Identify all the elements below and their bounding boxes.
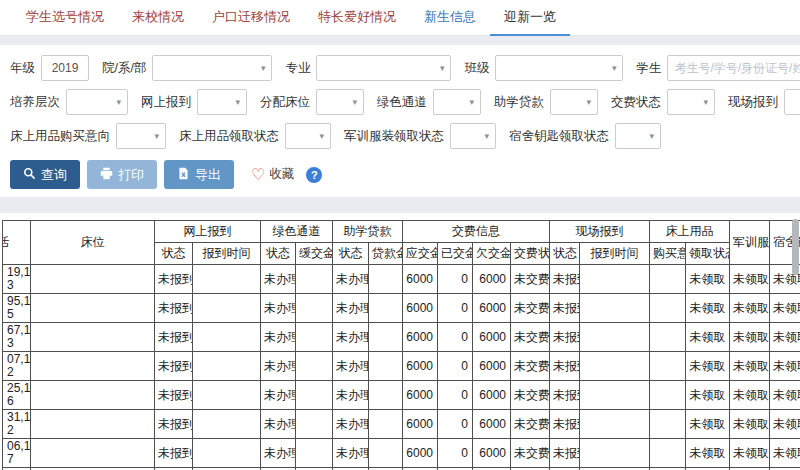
table-cell xyxy=(193,265,261,294)
table-cell: 未报到 xyxy=(550,265,580,294)
green-channel-label: 绿色通道 xyxy=(377,94,427,111)
online-report-select[interactable]: ▾ xyxy=(197,89,247,115)
tab-talents-hobbies[interactable]: 特长爱好情况 xyxy=(304,0,410,36)
training-level-select[interactable]: ▾ xyxy=(66,89,128,115)
table-cell: 未领取 xyxy=(770,439,800,468)
group-green-channel: 绿色通道 xyxy=(261,221,333,243)
table-cell: 未办理 xyxy=(261,294,296,323)
table-cell: 未报到 xyxy=(550,381,580,410)
table-cell: 未领取 xyxy=(730,439,770,468)
table-cell xyxy=(31,265,155,294)
dept-select[interactable]: ▾ xyxy=(152,55,272,81)
grade-input[interactable] xyxy=(41,55,89,81)
bedding-intent-label: 床上用品购买意向 xyxy=(10,128,110,145)
pay-status-label: 交费状态 xyxy=(611,94,661,111)
tab-household-migration[interactable]: 户口迁移情况 xyxy=(198,0,304,36)
col-activity: 活 xyxy=(3,221,31,265)
dormkey-receive-select[interactable]: ▾ xyxy=(615,123,661,149)
bed-assign-group: 分配床位 ▾ xyxy=(260,89,364,115)
green-channel-select[interactable]: ▾ xyxy=(433,89,481,115)
results-table-panel: 活 床位 网上报到 绿色通道 助学贷款 交费信息 现场报到 床上用品 军训服装 … xyxy=(0,213,800,470)
table-cell xyxy=(296,323,333,352)
table-cell xyxy=(580,265,650,294)
tab-arrival-status[interactable]: 来校情况 xyxy=(118,0,198,36)
help-icon[interactable]: ? xyxy=(306,167,322,183)
student-loan-label: 助学贷款 xyxy=(494,94,544,111)
filter-row-2: 培养层次 ▾ 网上报到 ▾ 分配床位 ▾ 绿色通道 ▾ 助学贷款 ▾ 交费状态 … xyxy=(10,89,790,115)
student-search-input[interactable] xyxy=(667,55,800,81)
print-button[interactable]: 打印 xyxy=(87,160,157,189)
search-button[interactable]: 查询 xyxy=(10,160,80,189)
chevron-down-icon: ▾ xyxy=(484,132,489,141)
vertical-scrollbar[interactable] xyxy=(792,219,799,275)
table-cell xyxy=(650,439,686,468)
table-cell xyxy=(580,323,650,352)
col-defer-amount: 缓交金额 xyxy=(296,243,333,265)
onsite-report-select[interactable]: ▾ xyxy=(784,89,800,115)
tab-student-number-selection[interactable]: 学生选号情况 xyxy=(12,0,118,36)
chevron-down-icon: ▾ xyxy=(440,64,445,73)
filter-panel: 年级 院/系/部 ▾ 专业 ▾ 班级 ▾ 学生 培养层次 ▾ 网上报到 ▾ xyxy=(0,45,800,197)
grid-body: 19,1 3未报到未办理未办理600006000未交费未报到未领取未领取未领取9… xyxy=(3,265,800,470)
table-cell: 6000 xyxy=(473,265,511,294)
dept-field-group: 院/系/部 ▾ xyxy=(102,55,272,81)
bed-assign-select[interactable]: ▾ xyxy=(316,89,364,115)
table-row: 06,1 7未报到未办理未办理600006000未交费未报到未领取未领取未领取 xyxy=(3,439,800,468)
class-select[interactable]: ▾ xyxy=(495,55,623,81)
table-cell: 未办理 xyxy=(261,352,296,381)
table-cell: 6000 xyxy=(403,439,438,468)
table-cell: 未报到 xyxy=(550,294,580,323)
table-cell: 67,1 3 xyxy=(3,323,31,352)
table-cell: 未领取 xyxy=(686,294,730,323)
military-receive-select[interactable]: ▾ xyxy=(450,123,496,149)
table-cell: 未报到 xyxy=(550,410,580,439)
table-cell: 未报到 xyxy=(155,265,193,294)
col-payable-amount: 应交金额 xyxy=(403,243,438,265)
chevron-down-icon: ▾ xyxy=(586,98,591,107)
table-cell: 6000 xyxy=(403,323,438,352)
table-cell xyxy=(650,381,686,410)
table-cell xyxy=(650,410,686,439)
chevron-down-icon: ▾ xyxy=(469,98,474,107)
table-cell: 95,1 5 xyxy=(3,294,31,323)
table-cell: 6000 xyxy=(473,381,511,410)
tab-welcome-overview[interactable]: 迎新一览 xyxy=(490,0,570,36)
military-receive-group: 军训服装领取状态 ▾ xyxy=(344,123,496,149)
table-cell: 未报到 xyxy=(550,323,580,352)
table-cell xyxy=(580,439,650,468)
student-loan-select[interactable]: ▾ xyxy=(550,89,598,115)
military-receive-label: 军训服装领取状态 xyxy=(344,128,444,145)
table-cell: 未办理 xyxy=(333,352,369,381)
favorite-label: 收藏 xyxy=(269,166,294,183)
table-cell xyxy=(296,439,333,468)
table-cell: 未办理 xyxy=(333,439,369,468)
table-cell: 未办理 xyxy=(333,381,369,410)
table-cell: 6000 xyxy=(473,352,511,381)
chevron-down-icon: ▾ xyxy=(703,98,708,107)
table-cell: 未交费 xyxy=(511,265,550,294)
table-cell: 0 xyxy=(438,410,473,439)
chevron-down-icon: ▾ xyxy=(612,64,617,73)
tab-freshman-info[interactable]: 新生信息 xyxy=(410,0,490,36)
chevron-down-icon: ▾ xyxy=(352,98,357,107)
table-cell: 未领取 xyxy=(770,410,800,439)
bedding-receive-select[interactable]: ▾ xyxy=(285,123,331,149)
grade-label: 年级 xyxy=(10,60,35,77)
export-button[interactable]: 导出 xyxy=(164,160,234,189)
table-cell: 0 xyxy=(438,352,473,381)
table-cell xyxy=(369,265,403,294)
pay-status-select[interactable]: ▾ xyxy=(667,89,715,115)
favorite-button[interactable]: ♡ 收藏 xyxy=(251,166,294,183)
group-onsite-report: 现场报到 xyxy=(550,221,650,243)
col-bed: 床位 xyxy=(31,221,155,265)
group-online-report: 网上报到 xyxy=(155,221,261,243)
bedding-intent-group: 床上用品购买意向 ▾ xyxy=(10,123,166,149)
col-owed-amount: 欠交金额 xyxy=(473,243,511,265)
bedding-intent-select[interactable]: ▾ xyxy=(116,123,166,149)
major-select[interactable]: ▾ xyxy=(316,55,451,81)
table-cell: 0 xyxy=(438,265,473,294)
student-label: 学生 xyxy=(636,60,661,77)
table-cell xyxy=(650,323,686,352)
table-cell: 未办理 xyxy=(261,381,296,410)
table-cell: 未领取 xyxy=(686,352,730,381)
